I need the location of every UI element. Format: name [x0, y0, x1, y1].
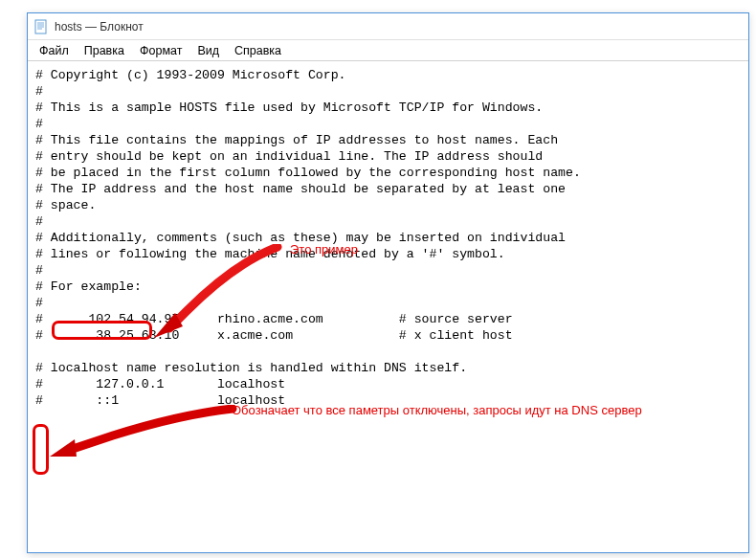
text-line: # ::1 localhost [35, 393, 285, 408]
window-title: hosts — Блокнот [55, 20, 144, 33]
text-line: # [35, 117, 43, 131]
text-line: # 127.0.0.1 localhost [35, 377, 285, 391]
menu-edit[interactable]: Правка [77, 42, 132, 59]
notepad-window: hosts — Блокнот Файл Правка Формат Вид С… [27, 12, 749, 553]
menu-help[interactable]: Справка [227, 42, 289, 59]
text-line: # 38.25.63.10 x.acme.com # x client host [35, 328, 513, 343]
text-line: # This is a sample HOSTS file used by Mi… [35, 100, 543, 115]
menu-view[interactable]: Вид [189, 42, 227, 59]
notepad-icon [33, 19, 49, 34]
text-line: # [35, 296, 43, 310]
text-line: # be placed in the first column followed… [35, 166, 581, 180]
text-line: # Additionally, comments (such as these)… [35, 231, 566, 245]
menu-bar: Файл Правка Формат Вид Справка [28, 40, 748, 61]
text-area[interactable]: # Copyright (c) 1993-2009 Microsoft Corp… [28, 61, 748, 414]
menu-format[interactable]: Формат [132, 42, 189, 59]
text-line: # Copyright (c) 1993-2009 Microsoft Corp… [35, 68, 345, 82]
text-line: # [35, 84, 43, 99]
text-line: # The IP address and the host name shoul… [35, 182, 566, 196]
text-line: # This file contains the mappings of IP … [35, 133, 558, 147]
text-line: # space. [35, 198, 96, 212]
text-line: # lines or following the machine name de… [35, 247, 505, 261]
text-line: # [35, 263, 43, 278]
menu-file[interactable]: Файл [32, 42, 77, 59]
text-line: # entry should be kept on an individual … [35, 149, 543, 164]
text-line: # localhost name resolution is handled w… [35, 361, 467, 375]
text-line: # [35, 214, 43, 229]
text-line: # For example: [35, 279, 142, 294]
title-bar[interactable]: hosts — Блокнот [28, 13, 748, 40]
text-line: # 102.54.94.97 rhino.acme.com # source s… [35, 312, 513, 326]
